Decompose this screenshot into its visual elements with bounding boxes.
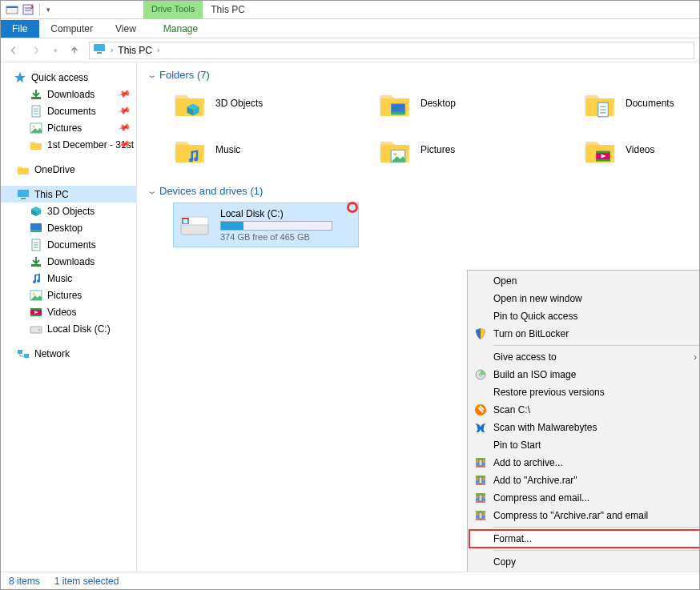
folder-item[interactable]: Desktop [379, 87, 584, 119]
nav-recent-dropdown[interactable]: ▾ [50, 42, 60, 58]
contextual-tab-drive-tools[interactable]: Drive Tools [143, 1, 203, 19]
folder-icon [379, 134, 411, 166]
folder-label: Desktop [420, 98, 456, 109]
nav-thispc-item[interactable]: Pictures [1, 287, 136, 303]
context-menu-item[interactable]: Scan C:\ [469, 401, 699, 419]
qat-separator [39, 3, 40, 16]
folder-item[interactable]: Videos [584, 134, 699, 166]
context-menu-item[interactable]: Turn on BitLocker [469, 325, 699, 343]
nav-quick-item[interactable]: 1st December - 31st📌 [1, 136, 136, 153]
context-menu-separator [493, 527, 699, 528]
context-menu-label: Compress to "Archive.rar" and email [493, 510, 648, 521]
nav-quick-access[interactable]: Quick access [1, 69, 136, 86]
nav-thispc-item[interactable]: Desktop [1, 219, 136, 236]
folder-label: Videos [626, 144, 654, 155]
nav-this-pc[interactable]: This PC [1, 186, 136, 203]
nav-label: Desktop [47, 223, 82, 234]
context-menu-label: Scan with Malwarebytes [493, 422, 597, 433]
nav-thispc-item[interactable]: Downloads [1, 253, 136, 270]
annotation-circle [347, 202, 358, 213]
drive-item-local-disk-c[interactable]: Local Disk (C:) 374 GB free of 465 GB [174, 203, 358, 247]
context-menu-label: Give access to [493, 351, 557, 363]
drive-label: Local Disk (C:) [220, 208, 353, 219]
properties-icon[interactable] [22, 3, 34, 16]
context-menu-item[interactable]: Pin to Start [469, 436, 699, 454]
nav-thispc-item[interactable]: Videos [1, 303, 136, 320]
context-menu-item[interactable]: Compress and email... [469, 489, 699, 507]
pin-icon: 📌 [117, 120, 132, 134]
group-header-label: Folders (7) [159, 69, 210, 81]
breadcrumb-this-pc[interactable]: This PC [118, 45, 152, 56]
nav-label: Documents [47, 239, 96, 251]
nav-quick-item[interactable]: Documents📌 [1, 102, 136, 119]
context-menu-item[interactable]: Compress to "Archive.rar" and email [469, 507, 699, 524]
nav-quick-item[interactable]: Downloads📌 [1, 86, 136, 102]
context-menu-item[interactable]: Copy [469, 553, 699, 571]
disc-icon [474, 368, 487, 381]
context-menu-item[interactable]: Build an ISO image [469, 366, 699, 383]
group-header-label: Devices and drives (1) [159, 185, 263, 197]
context-menu-item[interactable]: Add to archive... [469, 454, 699, 472]
qat-dropdown-icon[interactable]: ▾ [45, 6, 52, 14]
chevron-right-icon[interactable]: › [109, 46, 115, 54]
nav-label: Quick access [31, 72, 88, 83]
nav-back-button[interactable] [6, 42, 22, 58]
context-menu-item[interactable]: Format... [469, 530, 699, 548]
nav-network[interactable]: Network [1, 345, 136, 362]
folder-label: Music [215, 144, 240, 155]
folder-icon [379, 87, 411, 119]
context-menu: OpenOpen in new windowPin to Quick acces… [467, 270, 699, 572]
nav-label: Music [47, 273, 72, 284]
context-menu-item[interactable]: Scan with Malwarebytes [469, 419, 699, 436]
item-icon [30, 289, 42, 302]
nav-label: Videos [47, 307, 76, 318]
folder-item[interactable]: Music [174, 134, 379, 166]
context-menu-label: Compress and email... [493, 492, 589, 504]
drive-meta: Local Disk (C:) 374 GB free of 465 GB [220, 208, 353, 242]
context-menu-item[interactable]: Restore previous versions [469, 383, 699, 401]
context-menu-label: Pin to Start [493, 439, 541, 451]
nav-label: 3D Objects [47, 206, 95, 217]
context-menu-item[interactable]: Open [469, 272, 699, 290]
folder-item[interactable]: 3D Objects [174, 87, 379, 119]
rar-icon [474, 492, 487, 504]
chevron-down-icon: ⌄ [147, 70, 157, 79]
folder-icon [30, 138, 42, 151]
group-header-folders[interactable]: ⌄ Folders (7) [148, 69, 699, 81]
context-menu-label: Add to "Archive.rar" [493, 475, 577, 486]
context-menu-label: Open in new window [493, 293, 582, 304]
nav-forward-button[interactable] [28, 42, 44, 58]
context-menu-item[interactable]: Open in new window [469, 290, 699, 307]
tab-computer[interactable]: Computer [39, 20, 104, 38]
folder-label: 3D Objects [215, 98, 263, 109]
group-header-drives[interactable]: ⌄ Devices and drives (1) [148, 185, 699, 197]
status-bar: 8 items 1 item selected [1, 572, 699, 589]
item-icon [30, 323, 42, 335]
tab-view[interactable]: View [104, 20, 147, 38]
nav-thispc-item[interactable]: 3D Objects [1, 203, 136, 219]
tab-manage[interactable]: Manage [152, 20, 209, 38]
nav-label: Documents [47, 106, 96, 117]
breadcrumb-bar[interactable]: › This PC › [89, 42, 694, 59]
nav-thispc-item[interactable]: Music [1, 270, 136, 287]
folder-icon [584, 134, 616, 166]
nav-quick-item[interactable]: Pictures📌 [1, 119, 136, 136]
rar-icon [474, 509, 487, 522]
titlebar: ▾ Drive Tools This PC [1, 1, 699, 19]
nav-thispc-item[interactable]: Local Disk (C:) [1, 320, 136, 337]
context-menu-item[interactable]: Pin to Quick access [469, 307, 699, 325]
chevron-right-icon[interactable]: › [155, 46, 161, 54]
folder-item[interactable]: Documents [584, 87, 699, 119]
navigation-pane: Quick access Downloads📌Documents📌Picture… [1, 62, 137, 572]
folder-icon [30, 122, 42, 134]
nav-thispc-item[interactable]: Documents [1, 236, 136, 253]
folder-item[interactable]: Pictures [379, 134, 584, 166]
context-menu-item[interactable]: Give access to› [469, 348, 699, 366]
context-menu-item[interactable]: Add to "Archive.rar" [469, 472, 699, 489]
avast-icon [474, 403, 487, 416]
content-pane: ⌄ Folders (7) 3D ObjectsDesktopDocuments… [137, 62, 699, 572]
nav-onedrive[interactable]: OneDrive [1, 161, 136, 178]
context-menu-label: Scan C:\ [493, 404, 530, 415]
tab-file[interactable]: File [1, 20, 39, 38]
nav-up-button[interactable] [66, 42, 82, 58]
